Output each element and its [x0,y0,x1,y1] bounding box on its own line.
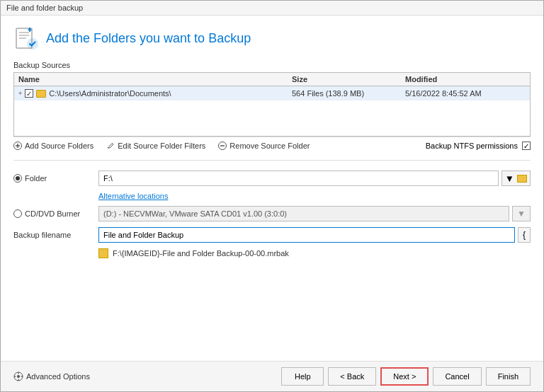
advanced-options-label: Advanced Options [26,372,90,381]
action-buttons: Help < Back Next > Cancel Finish [281,367,531,386]
edit-source-label: Edit Source Folder Filters [118,142,205,150]
add-source-button[interactable]: Add Source Folders [13,142,94,150]
remove-icon [218,142,227,150]
folder-icon [36,90,46,98]
row-checkbox[interactable]: ✓ [25,89,33,98]
wizard-header: Add the Folders you want to Backup [13,25,531,51]
backup-sources-table: Name Size Modified + ✓ C:\Users\Administ… [13,72,531,137]
alt-locations-link[interactable]: Alternative locations [98,192,531,200]
col-size: Size [292,75,405,83]
destination-section: Folder ▼ Alternative locations CD/DVD Bu… [13,166,531,263]
filename-input[interactable] [98,227,515,243]
folder-label-area: Folder [13,174,91,183]
table-empty-area [14,100,530,136]
add-icon [13,142,22,150]
ntfs-label: Backup NTFS permissions [426,142,518,150]
col-modified: Modified [405,75,526,83]
filename-suggestion: F:\{IMAGEID}-File and Folder Backup-00-0… [113,249,289,258]
filename-row: Backup filename { [13,227,531,243]
edit-icon [106,142,115,150]
cdvd-row: CD/DVD Burner (D:) - NECVMWar, VMware SA… [13,206,531,221]
cdvd-value: (D:) - NECVMWar, VMware SATA CD01 v1.00 … [98,206,509,221]
cdvd-label-area: CD/DVD Burner [13,209,91,218]
cdvd-label: CD/DVD Burner [25,209,80,218]
filename-variable-button[interactable]: { [518,227,531,243]
cancel-button[interactable]: Cancel [433,367,481,386]
filename-control: { [98,227,531,243]
table-row[interactable]: + ✓ C:\Users\Administrator\Documents\ 56… [14,86,530,100]
filename-label: Backup filename [13,231,71,239]
cdvd-control: (D:) - NECVMWar, VMware SATA CD01 v1.00 … [98,206,531,221]
cdvd-chevron: ▼ [512,206,531,221]
row-path: C:\Users\Administrator\Documents\ [49,89,171,98]
main-content: Add the Folders you want to Backup Backu… [1,16,543,361]
folder-radio[interactable] [13,174,22,183]
cdvd-radio[interactable] [13,209,22,218]
backup-sources-label: Backup Sources [13,61,531,69]
row-size: 564 Files (138.9 MB) [292,89,405,98]
folder-dropdown-button[interactable]: ▼ [502,171,531,186]
title-bar: File and folder backup [1,1,543,16]
bottom-bar: Advanced Options Help < Back Next > Canc… [1,361,543,391]
svg-point-8 [17,375,20,378]
main-window: File and folder backup Add the Folders y… [0,0,544,392]
finish-button[interactable]: Finish [486,367,531,386]
folder-browse-icon [517,175,527,183]
col-name: Name [18,75,292,83]
sources-toolbar: Add Source Folders Edit Source Folder Fi… [13,137,531,154]
folder-label: Folder [25,174,47,183]
help-button[interactable]: Help [281,367,324,386]
wizard-icon [13,25,39,51]
row-name: + ✓ C:\Users\Administrator\Documents\ [18,89,292,98]
folder-input[interactable] [98,171,499,186]
suggestion-folder-icon [98,248,108,258]
table-header: Name Size Modified [14,73,530,86]
remove-source-button[interactable]: Remove Source Folder [218,142,310,150]
filename-label-area: Backup filename [13,231,91,239]
folder-row: Folder ▼ [13,171,531,186]
back-button[interactable]: < Back [328,367,376,386]
next-button[interactable]: Next > [380,367,429,386]
row-modified: 5/16/2022 8:45:52 AM [405,89,526,98]
section-divider [13,160,531,161]
filename-suggestion-row: F:\{IMAGEID}-File and Folder Backup-00-0… [98,248,531,258]
add-source-label: Add Source Folders [25,142,94,150]
edit-source-button[interactable]: Edit Source Folder Filters [106,142,205,150]
ntfs-permissions: Backup NTFS permissions ✓ [426,142,531,150]
dropdown-arrow: ▼ [505,173,514,184]
advanced-options-link[interactable]: Advanced Options [13,371,90,381]
folder-control: ▼ [98,171,531,186]
window-title: File and folder backup [6,4,83,12]
ntfs-checkbox[interactable]: ✓ [522,142,531,150]
advanced-options-icon [13,371,23,381]
page-title: Add the Folders you want to Backup [46,31,251,46]
remove-source-label: Remove Source Folder [230,142,310,150]
expand-icon[interactable]: + [18,90,22,97]
